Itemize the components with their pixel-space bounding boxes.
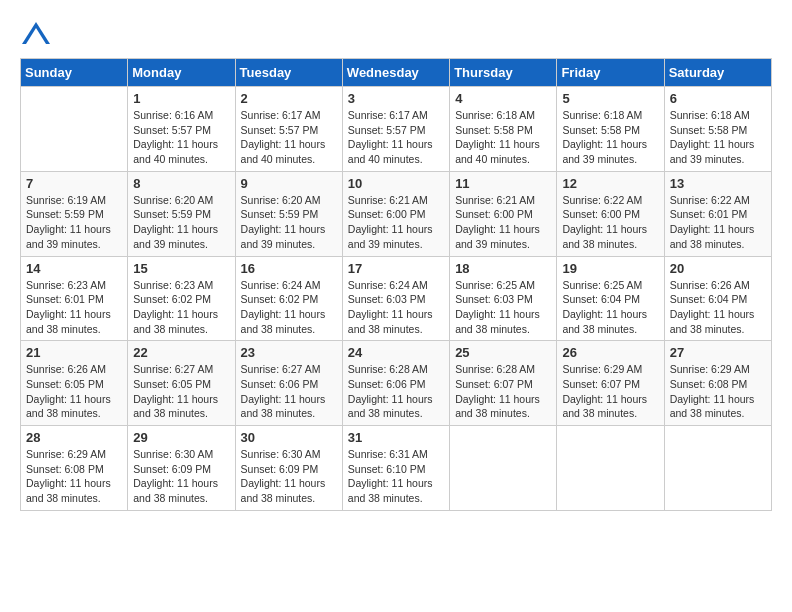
day-number: 4 [455, 91, 551, 106]
calendar-cell [557, 426, 664, 511]
day-info: Sunrise: 6:24 AM Sunset: 6:03 PM Dayligh… [348, 278, 444, 337]
day-number: 2 [241, 91, 337, 106]
calendar-week-4: 21Sunrise: 6:26 AM Sunset: 6:05 PM Dayli… [21, 341, 772, 426]
day-info: Sunrise: 6:29 AM Sunset: 6:07 PM Dayligh… [562, 362, 658, 421]
column-header-saturday: Saturday [664, 59, 771, 87]
day-info: Sunrise: 6:31 AM Sunset: 6:10 PM Dayligh… [348, 447, 444, 506]
page-header [20, 20, 772, 48]
day-number: 16 [241, 261, 337, 276]
calendar-cell: 13Sunrise: 6:22 AM Sunset: 6:01 PM Dayli… [664, 171, 771, 256]
calendar-cell: 12Sunrise: 6:22 AM Sunset: 6:00 PM Dayli… [557, 171, 664, 256]
calendar-cell: 27Sunrise: 6:29 AM Sunset: 6:08 PM Dayli… [664, 341, 771, 426]
day-number: 7 [26, 176, 122, 191]
column-header-thursday: Thursday [450, 59, 557, 87]
day-number: 5 [562, 91, 658, 106]
calendar-cell: 17Sunrise: 6:24 AM Sunset: 6:03 PM Dayli… [342, 256, 449, 341]
calendar-week-3: 14Sunrise: 6:23 AM Sunset: 6:01 PM Dayli… [21, 256, 772, 341]
logo-icon [20, 20, 52, 48]
day-info: Sunrise: 6:28 AM Sunset: 6:06 PM Dayligh… [348, 362, 444, 421]
calendar-cell: 15Sunrise: 6:23 AM Sunset: 6:02 PM Dayli… [128, 256, 235, 341]
day-number: 27 [670, 345, 766, 360]
day-info: Sunrise: 6:29 AM Sunset: 6:08 PM Dayligh… [670, 362, 766, 421]
column-header-tuesday: Tuesday [235, 59, 342, 87]
column-header-friday: Friday [557, 59, 664, 87]
day-info: Sunrise: 6:23 AM Sunset: 6:02 PM Dayligh… [133, 278, 229, 337]
calendar-cell: 26Sunrise: 6:29 AM Sunset: 6:07 PM Dayli… [557, 341, 664, 426]
calendar-cell: 14Sunrise: 6:23 AM Sunset: 6:01 PM Dayli… [21, 256, 128, 341]
day-info: Sunrise: 6:19 AM Sunset: 5:59 PM Dayligh… [26, 193, 122, 252]
day-number: 19 [562, 261, 658, 276]
calendar-cell: 1Sunrise: 6:16 AM Sunset: 5:57 PM Daylig… [128, 87, 235, 172]
day-number: 21 [26, 345, 122, 360]
calendar-cell: 21Sunrise: 6:26 AM Sunset: 6:05 PM Dayli… [21, 341, 128, 426]
calendar-cell: 11Sunrise: 6:21 AM Sunset: 6:00 PM Dayli… [450, 171, 557, 256]
day-number: 18 [455, 261, 551, 276]
calendar-cell: 19Sunrise: 6:25 AM Sunset: 6:04 PM Dayli… [557, 256, 664, 341]
calendar-cell: 25Sunrise: 6:28 AM Sunset: 6:07 PM Dayli… [450, 341, 557, 426]
calendar-cell: 8Sunrise: 6:20 AM Sunset: 5:59 PM Daylig… [128, 171, 235, 256]
day-number: 25 [455, 345, 551, 360]
calendar-cell: 4Sunrise: 6:18 AM Sunset: 5:58 PM Daylig… [450, 87, 557, 172]
calendar-table: SundayMondayTuesdayWednesdayThursdayFrid… [20, 58, 772, 511]
day-info: Sunrise: 6:20 AM Sunset: 5:59 PM Dayligh… [133, 193, 229, 252]
calendar-cell: 30Sunrise: 6:30 AM Sunset: 6:09 PM Dayli… [235, 426, 342, 511]
calendar-cell: 9Sunrise: 6:20 AM Sunset: 5:59 PM Daylig… [235, 171, 342, 256]
day-number: 14 [26, 261, 122, 276]
day-number: 3 [348, 91, 444, 106]
day-number: 13 [670, 176, 766, 191]
day-info: Sunrise: 6:29 AM Sunset: 6:08 PM Dayligh… [26, 447, 122, 506]
calendar-cell: 20Sunrise: 6:26 AM Sunset: 6:04 PM Dayli… [664, 256, 771, 341]
day-number: 1 [133, 91, 229, 106]
day-info: Sunrise: 6:18 AM Sunset: 5:58 PM Dayligh… [455, 108, 551, 167]
calendar-header-row: SundayMondayTuesdayWednesdayThursdayFrid… [21, 59, 772, 87]
day-number: 12 [562, 176, 658, 191]
calendar-week-1: 1Sunrise: 6:16 AM Sunset: 5:57 PM Daylig… [21, 87, 772, 172]
day-info: Sunrise: 6:26 AM Sunset: 6:04 PM Dayligh… [670, 278, 766, 337]
day-number: 10 [348, 176, 444, 191]
day-info: Sunrise: 6:21 AM Sunset: 6:00 PM Dayligh… [455, 193, 551, 252]
column-header-wednesday: Wednesday [342, 59, 449, 87]
day-info: Sunrise: 6:20 AM Sunset: 5:59 PM Dayligh… [241, 193, 337, 252]
day-info: Sunrise: 6:17 AM Sunset: 5:57 PM Dayligh… [241, 108, 337, 167]
calendar-cell: 10Sunrise: 6:21 AM Sunset: 6:00 PM Dayli… [342, 171, 449, 256]
day-info: Sunrise: 6:25 AM Sunset: 6:04 PM Dayligh… [562, 278, 658, 337]
calendar-week-5: 28Sunrise: 6:29 AM Sunset: 6:08 PM Dayli… [21, 426, 772, 511]
day-number: 15 [133, 261, 229, 276]
day-number: 8 [133, 176, 229, 191]
calendar-week-2: 7Sunrise: 6:19 AM Sunset: 5:59 PM Daylig… [21, 171, 772, 256]
day-number: 28 [26, 430, 122, 445]
day-number: 17 [348, 261, 444, 276]
calendar-cell: 31Sunrise: 6:31 AM Sunset: 6:10 PM Dayli… [342, 426, 449, 511]
calendar-cell: 23Sunrise: 6:27 AM Sunset: 6:06 PM Dayli… [235, 341, 342, 426]
day-info: Sunrise: 6:27 AM Sunset: 6:06 PM Dayligh… [241, 362, 337, 421]
calendar-cell [450, 426, 557, 511]
day-number: 23 [241, 345, 337, 360]
day-info: Sunrise: 6:27 AM Sunset: 6:05 PM Dayligh… [133, 362, 229, 421]
day-info: Sunrise: 6:23 AM Sunset: 6:01 PM Dayligh… [26, 278, 122, 337]
day-number: 20 [670, 261, 766, 276]
column-header-monday: Monday [128, 59, 235, 87]
day-info: Sunrise: 6:26 AM Sunset: 6:05 PM Dayligh… [26, 362, 122, 421]
calendar-cell: 28Sunrise: 6:29 AM Sunset: 6:08 PM Dayli… [21, 426, 128, 511]
calendar-cell: 3Sunrise: 6:17 AM Sunset: 5:57 PM Daylig… [342, 87, 449, 172]
calendar-cell: 7Sunrise: 6:19 AM Sunset: 5:59 PM Daylig… [21, 171, 128, 256]
calendar-cell: 16Sunrise: 6:24 AM Sunset: 6:02 PM Dayli… [235, 256, 342, 341]
calendar-cell: 29Sunrise: 6:30 AM Sunset: 6:09 PM Dayli… [128, 426, 235, 511]
day-info: Sunrise: 6:21 AM Sunset: 6:00 PM Dayligh… [348, 193, 444, 252]
day-info: Sunrise: 6:16 AM Sunset: 5:57 PM Dayligh… [133, 108, 229, 167]
day-number: 6 [670, 91, 766, 106]
day-info: Sunrise: 6:22 AM Sunset: 6:01 PM Dayligh… [670, 193, 766, 252]
calendar-cell: 18Sunrise: 6:25 AM Sunset: 6:03 PM Dayli… [450, 256, 557, 341]
day-info: Sunrise: 6:17 AM Sunset: 5:57 PM Dayligh… [348, 108, 444, 167]
day-number: 29 [133, 430, 229, 445]
day-info: Sunrise: 6:30 AM Sunset: 6:09 PM Dayligh… [241, 447, 337, 506]
calendar-cell: 22Sunrise: 6:27 AM Sunset: 6:05 PM Dayli… [128, 341, 235, 426]
calendar-cell [664, 426, 771, 511]
day-number: 9 [241, 176, 337, 191]
day-number: 31 [348, 430, 444, 445]
day-number: 26 [562, 345, 658, 360]
day-info: Sunrise: 6:24 AM Sunset: 6:02 PM Dayligh… [241, 278, 337, 337]
day-info: Sunrise: 6:22 AM Sunset: 6:00 PM Dayligh… [562, 193, 658, 252]
day-info: Sunrise: 6:18 AM Sunset: 5:58 PM Dayligh… [562, 108, 658, 167]
day-info: Sunrise: 6:25 AM Sunset: 6:03 PM Dayligh… [455, 278, 551, 337]
